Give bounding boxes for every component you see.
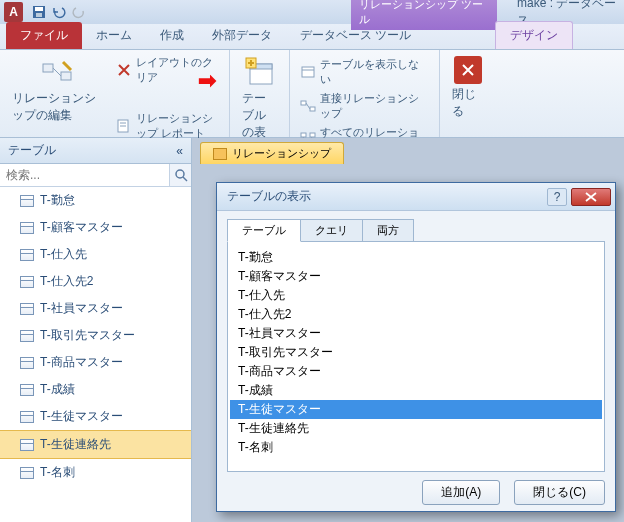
- hide-table-icon: [300, 64, 316, 80]
- close-icon: [454, 56, 482, 84]
- table-icon: [20, 195, 34, 207]
- table-icon: [20, 303, 34, 315]
- dialog-list-item[interactable]: T-勤怠: [230, 248, 602, 267]
- svg-rect-2: [36, 13, 42, 17]
- ribbon-tabs: ファイル ホーム 作成 外部データ データベース ツール デザイン: [0, 24, 624, 50]
- dialog-list-item[interactable]: T-社員マスター: [230, 324, 602, 343]
- nav-item[interactable]: T-成績: [0, 376, 191, 403]
- table-icon: [20, 467, 34, 479]
- svg-rect-13: [302, 67, 314, 77]
- tab-external-data[interactable]: 外部データ: [198, 22, 286, 49]
- table-icon: [20, 276, 34, 288]
- nav-item[interactable]: T-生徒連絡先: [0, 430, 191, 459]
- dialog-list-item[interactable]: T-名刺: [230, 438, 602, 457]
- dialog-help-button[interactable]: ?: [547, 188, 567, 206]
- svg-rect-16: [310, 107, 315, 111]
- tab-create[interactable]: 作成: [146, 22, 198, 49]
- dialog-list-item[interactable]: T-生徒連絡先: [230, 419, 602, 438]
- nav-item[interactable]: T-顧客マスター: [0, 214, 191, 241]
- chevron-down-icon: «: [176, 144, 183, 158]
- dialog-list-item[interactable]: T-顧客マスター: [230, 267, 602, 286]
- redo-icon[interactable]: [71, 4, 87, 20]
- dialog-list-item[interactable]: T-仕入先: [230, 286, 602, 305]
- nav-item[interactable]: T-勤怠: [0, 187, 191, 214]
- dialog-titlebar: テーブルの表示 ?: [217, 183, 615, 211]
- tab-file[interactable]: ファイル: [6, 22, 82, 49]
- svg-line-17: [306, 103, 310, 109]
- dialog-add-button[interactable]: 追加(A): [422, 480, 500, 505]
- svg-line-24: [183, 177, 187, 181]
- hide-table-label: テーブルを表示しない: [320, 57, 429, 87]
- table-icon: [20, 249, 34, 261]
- nav-item-label: T-仕入先2: [40, 273, 93, 290]
- tab-database-tools[interactable]: データベース ツール: [286, 22, 425, 49]
- dialog-close-button[interactable]: [571, 188, 611, 206]
- table-icon: [20, 439, 34, 451]
- dialog-tab[interactable]: テーブル: [227, 219, 301, 242]
- save-icon[interactable]: [31, 4, 47, 20]
- quick-access-toolbar: [27, 4, 91, 20]
- nav-item-label: T-生徒連絡先: [40, 436, 111, 453]
- dialog-tabs: テーブルクエリ両方: [227, 219, 605, 242]
- direct-rel-label: 直接リレーションシップ: [320, 91, 429, 121]
- table-icon: [20, 384, 34, 396]
- nav-item[interactable]: T-仕入先2: [0, 268, 191, 295]
- dialog-list[interactable]: T-勤怠T-顧客マスターT-仕入先T-仕入先2T-社員マスターT-取引先マスター…: [227, 241, 605, 472]
- svg-rect-4: [61, 72, 71, 80]
- dialog-close-btn[interactable]: 閉じる(C): [514, 480, 605, 505]
- nav-item[interactable]: T-仕入先: [0, 241, 191, 268]
- direct-relationships-button[interactable]: 直接リレーションシップ: [298, 90, 431, 122]
- nav-item[interactable]: T-取引先マスター: [0, 322, 191, 349]
- ribbon-group-close: 閉じる: [440, 50, 496, 137]
- nav-header-label: テーブル: [8, 142, 56, 159]
- ribbon-group-show-table: テーブルの表示: [230, 50, 290, 137]
- dialog-list-item[interactable]: T-仕入先2: [230, 305, 602, 324]
- svg-rect-15: [301, 101, 306, 105]
- svg-rect-19: [310, 133, 315, 137]
- nav-item-label: T-名刺: [40, 464, 75, 481]
- search-icon[interactable]: [169, 164, 191, 186]
- dialog-list-item[interactable]: T-生徒マスター: [230, 400, 602, 419]
- close-button[interactable]: 閉じる: [448, 54, 488, 122]
- title-context: リレーションシップ ツール make : データベース: [351, 0, 624, 24]
- ribbon-group-tools: リレーションシップの編集 レイアウトのクリア リレーションシップ レポート ツー…: [0, 50, 230, 137]
- nav-item-label: T-生徒マスター: [40, 408, 123, 425]
- table-icon: [20, 330, 34, 342]
- tab-home[interactable]: ホーム: [82, 22, 146, 49]
- close-label: 閉じる: [452, 86, 484, 120]
- table-icon: [20, 222, 34, 234]
- relationship-report-label: リレーションシップ レポート: [136, 111, 219, 141]
- nav-header[interactable]: テーブル «: [0, 138, 191, 164]
- edit-relationships-button[interactable]: リレーションシップの編集: [8, 54, 106, 126]
- nav-item[interactable]: T-生徒マスター: [0, 403, 191, 430]
- tab-design[interactable]: デザイン: [495, 21, 573, 49]
- table-icon: [20, 357, 34, 369]
- ribbon: リレーションシップの編集 レイアウトのクリア リレーションシップ レポート ツー…: [0, 50, 624, 138]
- annotation-arrow-1: ➡: [198, 68, 216, 94]
- navigation-pane: テーブル « T-勤怠T-顧客マスターT-仕入先T-仕入先2T-社員マスターT-…: [0, 138, 192, 522]
- nav-item-label: T-勤怠: [40, 192, 75, 209]
- svg-point-23: [176, 170, 184, 178]
- svg-rect-1: [35, 7, 43, 11]
- nav-item[interactable]: T-商品マスター: [0, 349, 191, 376]
- svg-rect-3: [43, 64, 53, 72]
- nav-item-label: T-商品マスター: [40, 354, 123, 371]
- dialog-tab[interactable]: 両方: [362, 219, 414, 242]
- nav-item[interactable]: T-名刺: [0, 459, 191, 486]
- show-table-icon: [244, 56, 276, 88]
- nav-item[interactable]: T-社員マスター: [0, 295, 191, 322]
- dialog-list-item[interactable]: T-商品マスター: [230, 362, 602, 381]
- hide-table-button[interactable]: テーブルを表示しない: [298, 56, 431, 88]
- dialog-tab[interactable]: クエリ: [300, 219, 363, 242]
- dialog-list-item[interactable]: T-成績: [230, 381, 602, 400]
- nav-search-row: [0, 164, 191, 187]
- undo-icon[interactable]: [51, 4, 67, 20]
- dialog-title: テーブルの表示: [227, 188, 311, 205]
- document-tab[interactable]: リレーションシップ: [200, 142, 344, 164]
- search-input[interactable]: [0, 164, 169, 186]
- dialog-list-item[interactable]: T-取引先マスター: [230, 343, 602, 362]
- document-tab-label: リレーションシップ: [232, 146, 331, 161]
- clear-layout-icon: [116, 62, 132, 78]
- svg-rect-18: [301, 133, 306, 137]
- direct-rel-icon: [300, 98, 316, 114]
